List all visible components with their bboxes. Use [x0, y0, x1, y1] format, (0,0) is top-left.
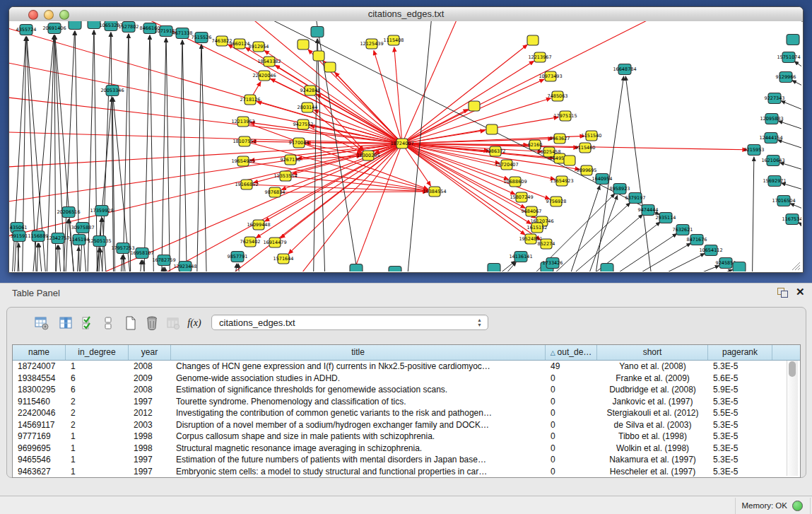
table-cell-short[interactable]: Dudbridge et al. (2008) [597, 384, 708, 396]
graph-node[interactable]: 8215953 [744, 145, 765, 156]
table-cell-year[interactable]: 2012 [129, 407, 171, 419]
table-cell-year[interactable]: 2008 [129, 384, 171, 396]
graph-node[interactable]: 17359928 [90, 206, 113, 216]
graph-node[interactable]: 9267130 [281, 155, 301, 165]
graph-node[interactable]: 8471676 [687, 235, 707, 245]
table-cell-short[interactable]: Hescheler et al. (1997) [597, 466, 708, 478]
graph-node[interactable]: 15807249 [510, 192, 533, 202]
table-cell-name[interactable]: 9115460 [13, 396, 66, 408]
graph-node[interactable]: 15692971 [763, 176, 786, 187]
graph-node[interactable]: 18300295 [356, 151, 379, 160]
table-cell-name[interactable]: 9699695 [13, 443, 66, 455]
graph-node[interactable]: 20691406 [42, 23, 66, 34]
table-cell-title[interactable]: Corpus callosum shape and size in male p… [171, 431, 546, 443]
table-cell-short[interactable]: Franke et al. (2009) [597, 373, 708, 385]
graph-node[interactable]: 19384554 [423, 187, 446, 197]
table-cell-indegree[interactable]: 1 [66, 466, 129, 478]
close-panel-icon[interactable]: ✕ [796, 286, 805, 298]
table-row[interactable]: 2242004622012Investigating the contribut… [13, 407, 800, 419]
graph-node[interactable]: 17975115 [553, 111, 577, 121]
table-cell-short[interactable]: Wolkin et al. (1998) [597, 443, 708, 455]
graph-node[interactable]: 18543382 [257, 57, 281, 66]
table-cell-short[interactable]: Nakamura et al. (1997) [597, 454, 708, 466]
table-cell-name[interactable]: 18300295 [13, 384, 66, 396]
table-cell-outde[interactable]: 0 [546, 454, 597, 466]
table-cell-year[interactable]: 1997 [129, 396, 171, 408]
column-header-title[interactable]: title [171, 345, 546, 360]
graph-node[interactable]: 12125439 [360, 39, 383, 49]
graph-node[interactable]: 1156889 [28, 231, 49, 242]
graph-node[interactable]: 2803144 [298, 103, 318, 112]
table-cell-pagerank[interactable]: 5.3E-5 [708, 431, 772, 443]
table-cell-year[interactable]: 1998 [129, 443, 171, 455]
graph-node[interactable]: 14136141 [509, 252, 532, 262]
graph-node[interactable]: 9170044 [289, 138, 310, 148]
graph-node[interactable]: 9684067 [522, 206, 542, 216]
graph-node[interactable] [469, 101, 480, 111]
table-cell-title[interactable]: Estimation of the future numbers of pati… [171, 454, 546, 466]
scrollbar-thumb[interactable] [789, 361, 796, 377]
network-window-titlebar[interactable]: citations_edges.txt [9, 7, 803, 22]
table-cell-name[interactable]: 22420046 [13, 407, 66, 419]
graph-node[interactable]: 62160 [528, 140, 543, 150]
table-column-button[interactable] [57, 314, 75, 332]
graph-node[interactable]: 16210643 [761, 156, 784, 166]
table-cell-pagerank[interactable]: 5.3E-5 [708, 361, 772, 373]
table-cell-title[interactable]: Embryonic stem cells: a model to study s… [171, 466, 546, 478]
table-cell-outde[interactable]: 0 [546, 431, 597, 443]
graph-node[interactable] [313, 51, 324, 61]
graph-node[interactable]: 7515526 [192, 33, 212, 43]
graph-node[interactable] [389, 267, 401, 272]
graph-node[interactable] [350, 264, 363, 272]
graph-node[interactable]: 9227343 [765, 93, 785, 104]
table-cell-name[interactable]: 9777169 [13, 431, 66, 443]
table-cell-outde[interactable]: 0 [546, 419, 597, 431]
graph-node[interactable]: 6379197 [625, 193, 646, 204]
graph-node[interactable]: 7986372 [486, 146, 506, 156]
function-builder-button[interactable]: f(x) [185, 314, 204, 332]
column-header-short[interactable]: short [597, 345, 708, 360]
table-cell-year[interactable]: 1997 [129, 454, 171, 466]
graph-node[interactable]: 12213967 [528, 52, 551, 62]
graph-node[interactable]: 7485063 [548, 91, 568, 101]
table-cell-indegree[interactable]: 1 [66, 454, 129, 466]
graph-node[interactable]: 7625402 [240, 237, 261, 247]
table-cell-year[interactable]: 2003 [129, 419, 171, 431]
graph-node[interactable] [564, 156, 575, 165]
graph-node[interactable]: 22420046 [252, 71, 276, 81]
graph-node[interactable]: 12923448 [173, 262, 196, 272]
table-cell-pagerank[interactable]: 5.3E-5 [708, 454, 772, 466]
graph-node[interactable]: 9463627 [550, 134, 570, 144]
graph-node[interactable]: 10688609 [503, 177, 526, 187]
graph-node[interactable] [733, 262, 746, 272]
table-cell-indegree[interactable]: 2 [66, 396, 129, 408]
table-cell-name[interactable]: 19384554 [13, 373, 66, 385]
graph-node[interactable]: 13654923 [550, 176, 573, 186]
graph-node[interactable]: 1640954 [592, 174, 613, 185]
graph-node[interactable]: 16099448 [247, 220, 270, 230]
table-cell-year[interactable]: 2009 [129, 373, 171, 385]
table-cell-outde[interactable]: 0 [546, 373, 597, 385]
graph-node[interactable]: 16648784 [613, 64, 636, 75]
table-cell-name[interactable]: 18724007 [13, 361, 66, 373]
table-cell-pagerank[interactable]: 5.3E-5 [708, 419, 772, 431]
table-cell-title[interactable]: Estimation of significance thresholds fo… [171, 384, 546, 396]
graph-node[interactable]: 12095883 [760, 114, 783, 124]
column-header-pagerank[interactable]: pagerank [708, 345, 772, 360]
graph-node[interactable]: 8912954 [249, 42, 269, 52]
table-cell-indegree[interactable]: 1 [66, 361, 129, 373]
graph-node[interactable]: 2718126 [240, 95, 261, 105]
graph-node[interactable]: 4355724 [16, 25, 37, 35]
table-row[interactable]: 1938455462009Genome-wide association stu… [13, 373, 800, 385]
graph-node[interactable] [298, 40, 309, 49]
graph-node[interactable] [69, 21, 81, 30]
graph-node[interactable]: 16914479 [263, 238, 286, 247]
graph-node[interactable]: 12213963 [231, 117, 254, 127]
table-row[interactable]: 911546021997Tourette syndrome. Phenomeno… [13, 396, 800, 408]
graph-node[interactable]: 852274 [538, 239, 555, 249]
graph-node[interactable]: 30975887 [71, 223, 94, 233]
graph-node[interactable] [88, 21, 100, 29]
column-header-name[interactable]: name [13, 345, 66, 360]
table-row[interactable]: 946362711997Embryonic stem cells: a mode… [13, 466, 800, 478]
column-header-outde[interactable]: △out_de… [546, 345, 597, 360]
